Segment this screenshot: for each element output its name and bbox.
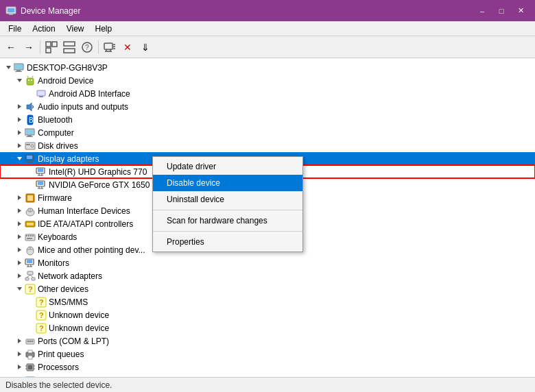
icon-printqueues xyxy=(25,349,36,360)
icon-adb xyxy=(36,88,47,99)
icon-unknown1: ? xyxy=(36,310,47,321)
expand-diskdrives[interactable] xyxy=(14,140,25,151)
svg-line-27 xyxy=(32,76,33,77)
tree-item-network[interactable]: Network adapters xyxy=(0,269,535,282)
tree-item-softwarecomponents[interactable]: SWSoftware components xyxy=(0,373,535,377)
expand-other[interactable] xyxy=(14,284,25,295)
toolbar-back[interactable]: ← xyxy=(3,39,19,56)
expand-nvidia[interactable] xyxy=(25,180,36,191)
tree-item-unknown1[interactable]: ? Unknown device xyxy=(0,308,535,321)
expand-firmware[interactable] xyxy=(14,193,25,204)
label-android: Android Device xyxy=(38,76,93,86)
svg-marker-110 xyxy=(18,365,21,369)
tree-item-root[interactable]: DESKTOP-GGH8V3P xyxy=(0,61,535,74)
tree-item-adb[interactable]: Android ADB Interface xyxy=(0,87,535,100)
icon-network xyxy=(25,271,36,282)
icon-displayadapters xyxy=(25,154,36,164)
status-text: Disables the selected device. xyxy=(5,380,112,390)
expand-computer[interactable] xyxy=(14,127,25,138)
svg-rect-75 xyxy=(27,238,32,239)
svg-rect-112 xyxy=(28,365,32,369)
ctx-item-properties[interactable]: Properties xyxy=(153,234,302,250)
label-other: Other devices xyxy=(38,284,88,294)
icon-diskdrives xyxy=(25,140,36,151)
toolbar-help[interactable]: ? xyxy=(79,39,95,56)
svg-rect-20 xyxy=(16,70,21,71)
tree-item-computer[interactable]: Computer xyxy=(0,126,535,139)
expand-printqueues[interactable] xyxy=(14,349,25,360)
toolbar-forward[interactable]: → xyxy=(21,39,37,56)
context-menu: Update driverDisable deviceUninstall dev… xyxy=(152,156,303,252)
expand-unknown2[interactable] xyxy=(25,323,36,334)
tree-item-sms[interactable]: ? SMS/MMS xyxy=(0,295,535,308)
expand-audio[interactable] xyxy=(14,101,25,112)
svg-marker-39 xyxy=(18,143,21,148)
expand-keyboards[interactable] xyxy=(14,232,25,243)
tree-item-diskdrives[interactable]: Disk drives xyxy=(0,139,535,152)
expand-ports[interactable] xyxy=(14,336,25,347)
svg-marker-66 xyxy=(18,221,21,226)
icon-computer xyxy=(25,127,36,138)
tree-item-unknown2[interactable]: ? Unknown device xyxy=(0,321,535,334)
expand-processors[interactable] xyxy=(14,362,25,373)
svg-marker-76 xyxy=(18,247,21,252)
expand-mice[interactable] xyxy=(14,245,25,256)
expand-adb[interactable] xyxy=(25,88,36,99)
tree-item-audio[interactable]: Audio inputs and outputs xyxy=(0,100,535,113)
expand-unknown1[interactable] xyxy=(25,310,36,321)
menu-view[interactable]: View xyxy=(61,23,90,35)
toolbar-collapse[interactable] xyxy=(61,39,78,56)
tree-item-ports[interactable]: Ports (COM & LPT) xyxy=(0,334,535,347)
expand-monitors[interactable] xyxy=(14,258,25,269)
expand-network[interactable] xyxy=(14,271,25,282)
label-root: DESKTOP-GGH8V3P xyxy=(27,63,108,73)
svg-text:?: ? xyxy=(85,44,89,51)
toolbar-uninstall[interactable]: ✕ xyxy=(119,39,136,56)
svg-rect-50 xyxy=(38,169,43,172)
svg-marker-43 xyxy=(17,157,22,160)
svg-rect-10 xyxy=(104,43,112,49)
icon-audio xyxy=(25,101,36,112)
svg-marker-80 xyxy=(18,260,21,265)
menu-file[interactable]: File xyxy=(3,23,27,35)
tree-item-processors[interactable]: Processors xyxy=(0,360,535,373)
expand-displayadapters[interactable] xyxy=(14,154,25,164)
toolbar-update[interactable]: ⇓ xyxy=(137,39,154,56)
tree-item-printqueues[interactable]: Print queues xyxy=(0,347,535,360)
svg-line-90 xyxy=(27,275,30,278)
svg-rect-19 xyxy=(14,64,23,69)
tree-item-monitors[interactable]: Monitors xyxy=(0,256,535,269)
label-computer: Computer xyxy=(38,128,74,138)
expand-softwarecomponents[interactable] xyxy=(14,375,25,378)
expand-hid[interactable] xyxy=(14,206,25,217)
expand-bluetooth[interactable] xyxy=(14,114,25,125)
expand-android[interactable] xyxy=(14,75,25,86)
ctx-item-disabledevice[interactable]: Disable device xyxy=(153,175,302,191)
ctx-item-updatedriver[interactable]: Update driver xyxy=(153,158,302,175)
close-button[interactable]: ✕ xyxy=(512,4,530,18)
ctx-item-scanhardware[interactable]: Scan for hardware changes xyxy=(153,212,302,229)
expand-ide[interactable] xyxy=(14,219,25,230)
ctx-item-uninstalldevice[interactable]: Uninstall device xyxy=(153,191,302,208)
svg-marker-59 xyxy=(18,195,21,200)
expand-sms[interactable] xyxy=(25,297,36,308)
svg-marker-30 xyxy=(18,104,21,109)
svg-rect-82 xyxy=(27,260,32,263)
minimize-button[interactable]: – xyxy=(473,4,491,18)
toolbar-scan[interactable] xyxy=(102,39,118,56)
tree-item-bluetooth[interactable]: BBluetooth xyxy=(0,113,535,126)
menu-bar: File Action View Help xyxy=(0,21,535,36)
tree-item-other[interactable]: ? Other devices xyxy=(0,282,535,295)
menu-action[interactable]: Action xyxy=(27,23,60,35)
tree-item-android[interactable]: Android Device xyxy=(0,74,535,87)
icon-hid xyxy=(25,206,36,217)
icon-bluetooth: B xyxy=(25,114,36,125)
expand-intel[interactable] xyxy=(25,167,36,177)
toolbar-expand[interactable] xyxy=(43,39,60,56)
label-processors: Processors xyxy=(38,363,79,372)
svg-rect-87 xyxy=(27,271,33,275)
maximize-button[interactable]: □ xyxy=(492,4,510,18)
icon-intel xyxy=(36,167,47,177)
menu-help[interactable]: Help xyxy=(90,23,118,35)
expand-root[interactable] xyxy=(3,62,14,73)
